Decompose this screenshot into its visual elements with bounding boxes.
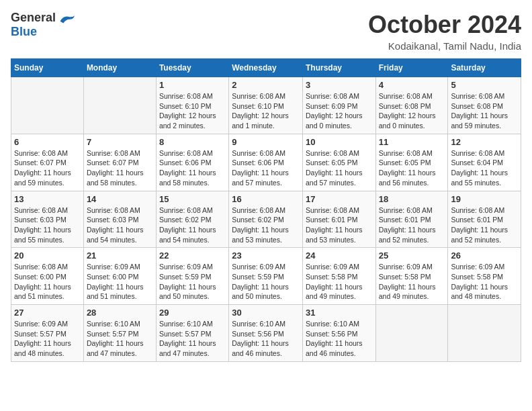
day-number: 10 — [306, 137, 373, 147]
calendar-cell: 14Sunrise: 6:08 AM Sunset: 6:03 PM Dayli… — [83, 191, 156, 248]
day-number: 22 — [159, 250, 226, 261]
day-number: 18 — [379, 194, 445, 204]
calendar-cell: 9Sunrise: 6:08 AM Sunset: 6:06 PM Daylig… — [229, 134, 303, 191]
col-friday: Friday — [375, 59, 448, 77]
calendar-cell: 19Sunrise: 6:08 AM Sunset: 6:01 PM Dayli… — [448, 191, 521, 248]
day-number: 6 — [14, 137, 81, 147]
day-detail: Sunrise: 6:08 AM Sunset: 6:05 PM Dayligh… — [306, 148, 373, 188]
day-detail: Sunrise: 6:08 AM Sunset: 6:08 PM Dayligh… — [451, 91, 518, 131]
day-detail: Sunrise: 6:09 AM Sunset: 5:59 PM Dayligh… — [232, 262, 300, 302]
calendar-cell: 26Sunrise: 6:09 AM Sunset: 5:58 PM Dayli… — [448, 248, 521, 305]
day-number: 25 — [379, 250, 445, 261]
day-number: 9 — [232, 137, 300, 147]
day-detail: Sunrise: 6:09 AM Sunset: 5:58 PM Dayligh… — [306, 262, 373, 302]
calendar-cell: 4Sunrise: 6:08 AM Sunset: 6:08 PM Daylig… — [375, 77, 448, 134]
calendar-cell: 31Sunrise: 6:10 AM Sunset: 5:56 PM Dayli… — [302, 305, 375, 362]
day-number: 3 — [306, 80, 373, 90]
day-number: 13 — [14, 194, 81, 204]
calendar-week-row: 13Sunrise: 6:08 AM Sunset: 6:03 PM Dayli… — [11, 191, 521, 248]
day-detail: Sunrise: 6:08 AM Sunset: 6:06 PM Dayligh… — [159, 148, 226, 188]
day-number: 23 — [232, 250, 300, 261]
day-detail: Sunrise: 6:10 AM Sunset: 5:57 PM Dayligh… — [87, 319, 153, 359]
day-number: 30 — [232, 308, 300, 318]
day-detail: Sunrise: 6:08 AM Sunset: 6:03 PM Dayligh… — [14, 205, 81, 245]
day-number: 16 — [232, 194, 300, 204]
day-number: 31 — [306, 308, 373, 318]
calendar-week-row: 6Sunrise: 6:08 AM Sunset: 6:07 PM Daylig… — [11, 134, 521, 191]
day-detail: Sunrise: 6:09 AM Sunset: 5:58 PM Dayligh… — [379, 262, 445, 302]
calendar-cell: 3Sunrise: 6:08 AM Sunset: 6:09 PM Daylig… — [302, 77, 375, 134]
calendar-cell: 1Sunrise: 6:08 AM Sunset: 6:10 PM Daylig… — [156, 77, 228, 134]
calendar-cell: 8Sunrise: 6:08 AM Sunset: 6:06 PM Daylig… — [156, 134, 228, 191]
calendar-cell: 10Sunrise: 6:08 AM Sunset: 6:05 PM Dayli… — [302, 134, 375, 191]
day-number: 2 — [232, 80, 300, 90]
calendar-cell: 29Sunrise: 6:10 AM Sunset: 5:57 PM Dayli… — [156, 305, 228, 362]
calendar-cell — [83, 77, 156, 134]
calendar-cell — [375, 305, 448, 362]
day-detail: Sunrise: 6:09 AM Sunset: 5:57 PM Dayligh… — [14, 319, 81, 359]
calendar-cell: 6Sunrise: 6:08 AM Sunset: 6:07 PM Daylig… — [11, 134, 84, 191]
calendar-header-row: Sunday Monday Tuesday Wednesday Thursday… — [11, 59, 521, 77]
day-detail: Sunrise: 6:09 AM Sunset: 6:00 PM Dayligh… — [87, 262, 153, 302]
day-detail: Sunrise: 6:08 AM Sunset: 6:06 PM Dayligh… — [232, 148, 300, 188]
day-detail: Sunrise: 6:08 AM Sunset: 6:03 PM Dayligh… — [87, 205, 153, 245]
calendar-week-row: 1Sunrise: 6:08 AM Sunset: 6:10 PM Daylig… — [11, 77, 521, 134]
day-number: 27 — [14, 308, 81, 318]
calendar-cell: 28Sunrise: 6:10 AM Sunset: 5:57 PM Dayli… — [83, 305, 156, 362]
col-sunday: Sunday — [11, 59, 84, 77]
calendar-cell: 25Sunrise: 6:09 AM Sunset: 5:58 PM Dayli… — [375, 248, 448, 305]
col-saturday: Saturday — [448, 59, 521, 77]
calendar-cell — [448, 305, 521, 362]
location-subtitle: Kodaikanal, Tamil Nadu, India — [368, 40, 521, 52]
day-detail: Sunrise: 6:08 AM Sunset: 6:09 PM Dayligh… — [306, 91, 373, 131]
day-number: 17 — [306, 194, 373, 204]
day-number: 21 — [87, 250, 153, 261]
day-number: 19 — [451, 194, 518, 204]
logo-bird-icon — [57, 11, 76, 25]
day-number: 1 — [159, 80, 226, 90]
day-detail: Sunrise: 6:08 AM Sunset: 6:01 PM Dayligh… — [451, 205, 518, 245]
day-detail: Sunrise: 6:08 AM Sunset: 6:01 PM Dayligh… — [379, 205, 445, 245]
calendar-cell: 20Sunrise: 6:08 AM Sunset: 6:00 PM Dayli… — [11, 248, 84, 305]
logo: General Blue — [11, 11, 76, 39]
day-detail: Sunrise: 6:08 AM Sunset: 6:08 PM Dayligh… — [379, 91, 445, 131]
page-header: General Blue October 2024 Kodaikanal, Ta… — [11, 11, 521, 52]
day-detail: Sunrise: 6:08 AM Sunset: 6:07 PM Dayligh… — [87, 148, 153, 188]
day-number: 15 — [159, 194, 226, 204]
logo-general-text: General — [11, 11, 56, 25]
day-number: 5 — [451, 80, 518, 90]
calendar-cell: 13Sunrise: 6:08 AM Sunset: 6:03 PM Dayli… — [11, 191, 84, 248]
calendar-cell: 7Sunrise: 6:08 AM Sunset: 6:07 PM Daylig… — [83, 134, 156, 191]
day-number: 28 — [87, 308, 153, 318]
calendar-cell: 16Sunrise: 6:08 AM Sunset: 6:02 PM Dayli… — [229, 191, 303, 248]
day-detail: Sunrise: 6:08 AM Sunset: 6:10 PM Dayligh… — [232, 91, 300, 131]
day-number: 26 — [451, 250, 518, 261]
day-number: 29 — [159, 308, 226, 318]
calendar-cell: 12Sunrise: 6:08 AM Sunset: 6:04 PM Dayli… — [448, 134, 521, 191]
calendar-cell: 27Sunrise: 6:09 AM Sunset: 5:57 PM Dayli… — [11, 305, 84, 362]
calendar-cell: 15Sunrise: 6:08 AM Sunset: 6:02 PM Dayli… — [156, 191, 228, 248]
col-monday: Monday — [83, 59, 156, 77]
title-area: October 2024 Kodaikanal, Tamil Nadu, Ind… — [368, 11, 521, 52]
day-detail: Sunrise: 6:08 AM Sunset: 6:04 PM Dayligh… — [451, 148, 518, 188]
day-number: 7 — [87, 137, 153, 147]
month-title: October 2024 — [368, 11, 521, 39]
day-detail: Sunrise: 6:10 AM Sunset: 5:56 PM Dayligh… — [232, 319, 300, 359]
day-number: 14 — [87, 194, 153, 204]
calendar-table: Sunday Monday Tuesday Wednesday Thursday… — [11, 58, 521, 362]
day-number: 8 — [159, 137, 226, 147]
day-number: 12 — [451, 137, 518, 147]
calendar-cell: 17Sunrise: 6:08 AM Sunset: 6:01 PM Dayli… — [302, 191, 375, 248]
day-detail: Sunrise: 6:10 AM Sunset: 5:57 PM Dayligh… — [159, 319, 226, 359]
day-detail: Sunrise: 6:09 AM Sunset: 5:58 PM Dayligh… — [451, 262, 518, 302]
day-detail: Sunrise: 6:08 AM Sunset: 6:00 PM Dayligh… — [14, 262, 81, 302]
col-thursday: Thursday — [302, 59, 375, 77]
day-detail: Sunrise: 6:08 AM Sunset: 6:07 PM Dayligh… — [14, 148, 81, 188]
day-detail: Sunrise: 6:08 AM Sunset: 6:01 PM Dayligh… — [306, 205, 373, 245]
calendar-cell: 24Sunrise: 6:09 AM Sunset: 5:58 PM Dayli… — [302, 248, 375, 305]
calendar-cell: 22Sunrise: 6:09 AM Sunset: 5:59 PM Dayli… — [156, 248, 228, 305]
day-detail: Sunrise: 6:08 AM Sunset: 6:02 PM Dayligh… — [232, 205, 300, 245]
calendar-cell: 21Sunrise: 6:09 AM Sunset: 6:00 PM Dayli… — [83, 248, 156, 305]
day-number: 11 — [379, 137, 445, 147]
calendar-cell: 30Sunrise: 6:10 AM Sunset: 5:56 PM Dayli… — [229, 305, 303, 362]
